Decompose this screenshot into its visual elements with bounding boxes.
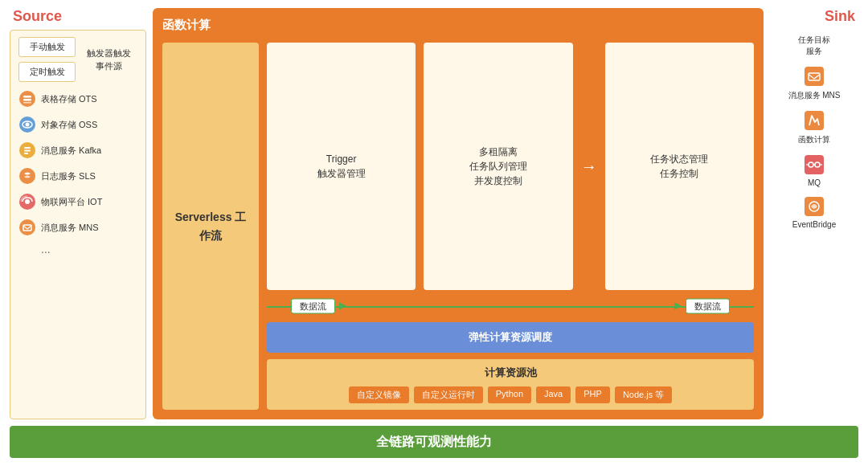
timer-trigger: 定时触发 [18, 62, 76, 82]
svg-point-13 [25, 199, 30, 204]
svg-rect-10 [24, 153, 28, 154]
svg-rect-8 [24, 147, 31, 149]
main-container: Source 手动触发 定时触发 触发器触发事件源 [0, 0, 868, 466]
oss-label: 对象存储 OSS [41, 119, 97, 131]
svg-point-6 [26, 123, 30, 127]
orange-outer: 函数计算 Serverless 工作流 Trigger 触发器管理 [153, 8, 764, 419]
resource-pool-title: 计算资源池 [275, 366, 746, 380]
mns-label: 消息服务 MNS [41, 222, 99, 234]
sink-func-icon [803, 109, 825, 132]
sls-icon [18, 167, 36, 185]
sink-item-func: 函数计算 [770, 109, 858, 145]
resource-tag-0: 自定义镜像 [349, 386, 409, 403]
sink-mns-label: 消息服务 MNS [788, 90, 841, 101]
mns-icon [18, 219, 36, 236]
trigger-middle-label: 触发器触发事件源 [87, 47, 131, 73]
svg-rect-16 [805, 67, 824, 86]
svg-point-14 [19, 219, 35, 235]
ots-icon [18, 90, 36, 108]
kafka-icon [18, 141, 36, 159]
top-section: Source 手动触发 定时触发 触发器触发事件源 [10, 8, 858, 419]
iot-icon [18, 193, 36, 211]
source-item-mns: 消息服务 MNS [18, 217, 137, 238]
sink-title: Sink [770, 8, 858, 25]
dataflow-left-tag: 数据流 [291, 299, 335, 314]
iot-label: 物联网平台 IOT [41, 196, 102, 208]
upper-row: Serverless 工作流 Trigger 触发器管理 多租隔离 任务队列管理… [162, 43, 754, 410]
sink-items: 任务目标服务 消息服务 MNS [770, 30, 858, 229]
elastic-bar: 弹性计算资源调度 [267, 322, 754, 353]
arrow-container: → [581, 43, 597, 290]
sink-func-label: 函数计算 [798, 134, 830, 145]
sink-eventbridge-label: EventBridge [792, 220, 836, 229]
svg-rect-2 [23, 99, 31, 101]
trigger-items: 手动触发 定时触发 触发器触发事件源 [18, 37, 137, 82]
manual-trigger: 手动触发 [18, 37, 76, 57]
source-box: 手动触发 定时触发 触发器触发事件源 [10, 30, 146, 419]
white-boxes-row: Trigger 触发器管理 多租隔离 任务队列管理 并发度控制 → 任务状态管理… [267, 43, 754, 290]
serverless-box: Serverless 工作流 [162, 43, 259, 410]
svg-rect-1 [23, 96, 31, 98]
right-side: Trigger 触发器管理 多租隔离 任务队列管理 并发度控制 → 任务状态管理… [267, 43, 754, 410]
resource-pool-items: 自定义镜像 自定义运行时 Python Java PHP Node.js 等 [275, 386, 746, 403]
dataflow-right-tag: 数据流 [686, 299, 730, 314]
resource-tag-3: Java [536, 386, 571, 403]
sink-panel: Sink 任务目标服务 消息服务 MNS [770, 8, 858, 419]
ots-label: 表格存储 OTS [41, 93, 97, 105]
resource-pool-box: 计算资源池 自定义镜像 自定义运行时 Python Java PHP Node.… [267, 359, 754, 410]
multi-tenant-box: 多租隔离 任务队列管理 并发度控制 [424, 43, 572, 290]
sink-item-target: 任务目标服务 [770, 35, 858, 57]
middle-panel: 函数计算 Serverless 工作流 Trigger 触发器管理 [153, 8, 764, 419]
source-title: Source [10, 8, 146, 25]
svg-rect-9 [24, 150, 31, 152]
sink-mq-label: MQ [808, 178, 821, 187]
flow-arrow-2: ▶ [674, 300, 682, 311]
sink-mns-icon [803, 65, 825, 88]
sls-label: 日志服务 SLS [41, 170, 96, 182]
resource-tag-1: 自定义运行时 [414, 386, 483, 403]
arrow-right-icon: → [581, 157, 597, 176]
kafka-label: 消息服务 Kafka [41, 145, 101, 157]
source-panel: Source 手动触发 定时触发 触发器触发事件源 [10, 8, 146, 419]
func-compute-label: 函数计算 [162, 18, 754, 33]
resource-tag-4: PHP [575, 386, 610, 403]
dataflow-overlay: 数据流 数据流 ▶ ▶ [267, 296, 754, 316]
bottom-banner: 全链路可观测性能力 [10, 426, 858, 458]
resource-tag-5: Node.js 等 [615, 386, 672, 403]
resource-tag-2: Python [488, 386, 531, 403]
source-dots: ... [18, 243, 137, 255]
flow-arrow-1: ▶ [339, 300, 346, 311]
sink-item-mq: MQ [770, 153, 858, 187]
source-item-iot: 物联网平台 IOT [18, 191, 137, 212]
source-item-ots: 表格存储 OTS [18, 88, 137, 109]
source-item-sls: 日志服务 SLS [18, 166, 137, 186]
sink-item-mns: 消息服务 MNS [770, 65, 858, 101]
source-item-oss: 对象存储 OSS [18, 114, 137, 135]
bottom-label: 全链路可观测性能力 [376, 434, 492, 451]
trigger-mgmt-box: Trigger 触发器管理 [267, 43, 416, 290]
oss-icon [18, 116, 36, 133]
task-state-box: 任务状态管理 任务控制 [605, 43, 754, 290]
sink-eventbridge-icon [803, 195, 825, 218]
sink-item-eventbridge: EventBridge [770, 195, 858, 229]
sink-mq-icon [803, 153, 825, 176]
source-item-kafka: 消息服务 Kafka [18, 140, 137, 161]
svg-rect-3 [23, 102, 31, 104]
sink-target-label: 任务目标服务 [798, 35, 830, 57]
